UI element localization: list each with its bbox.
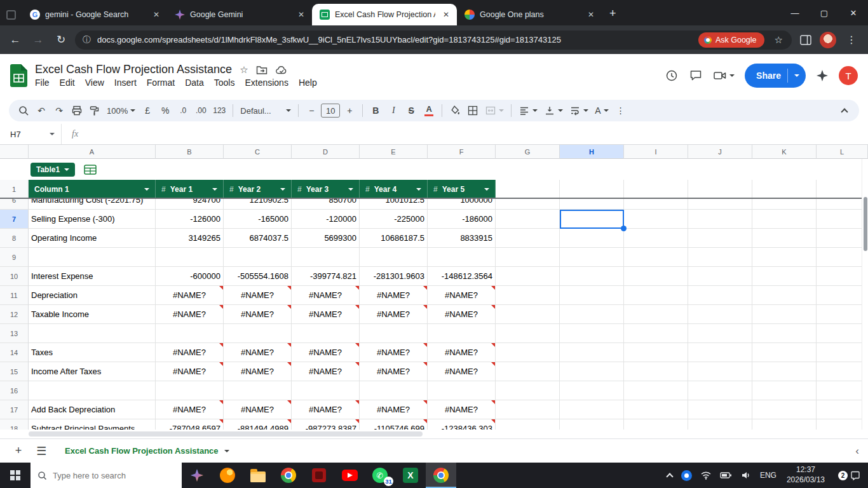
browser-tab[interactable]: Google One plans✕ (457, 4, 602, 25)
decrease-decimals-button[interactable]: .0 (175, 102, 191, 119)
volume-icon[interactable] (736, 463, 756, 488)
redo-icon[interactable]: ↷ (51, 102, 67, 119)
strikethrough-button[interactable]: S (403, 102, 419, 119)
cell-B7[interactable]: -126000 (156, 210, 224, 229)
cell-A12[interactable]: Taxable Income (29, 305, 156, 324)
more-toolbar-icon[interactable]: ⋮ (613, 102, 629, 119)
forward-button[interactable]: → (29, 31, 47, 49)
row-header-6[interactable]: 6 (0, 199, 29, 210)
font-select[interactable]: Defaul... (238, 102, 294, 119)
column-header-B[interactable]: B (156, 145, 224, 159)
row-header-18[interactable]: 18 (0, 419, 29, 430)
vertical-align-icon[interactable] (541, 102, 566, 119)
share-menu-caret[interactable] (794, 74, 799, 77)
cell-K14[interactable] (752, 343, 817, 362)
text-rotation-icon[interactable]: A (592, 102, 611, 119)
italic-button[interactable]: I (385, 102, 402, 119)
cell-H13[interactable] (560, 324, 624, 343)
cell-L9[interactable] (817, 248, 868, 267)
cell-B10[interactable]: -600000 (156, 267, 224, 286)
cell-L10[interactable] (817, 267, 868, 286)
menu-edit[interactable]: Edit (55, 77, 79, 88)
column-header-H[interactable]: H (560, 145, 624, 159)
cell-B15[interactable]: #NAME? (156, 362, 224, 381)
cell-D16[interactable] (292, 381, 360, 400)
table-header-cell-F[interactable]: #Year 5 (428, 180, 496, 199)
cell-D12[interactable]: #NAME? (292, 305, 360, 324)
cell-H14[interactable] (560, 343, 624, 362)
sheet-tab[interactable]: Excel Cash Flow Projection Assistance (55, 439, 240, 463)
cell-K10[interactable] (752, 267, 817, 286)
menu-extensions[interactable]: Extensions (240, 77, 292, 88)
taskbar-clock[interactable]: 12:37 2026/03/13 (781, 463, 831, 488)
maximize-button[interactable]: ▢ (810, 0, 839, 25)
column-header-J[interactable]: J (688, 145, 752, 159)
cell-J17[interactable] (688, 400, 752, 419)
cell-I8[interactable] (624, 229, 688, 248)
undo-icon[interactable]: ↶ (33, 102, 50, 119)
account-avatar[interactable]: T (839, 66, 858, 85)
cell-A10[interactable]: Interest Expense (29, 267, 156, 286)
table-header-cell-B[interactable]: #Year 1 (156, 180, 224, 199)
header-filter-caret[interactable] (212, 188, 217, 191)
window-menu-icon[interactable] (6, 10, 16, 20)
cell-C6[interactable]: 1210902.5 (224, 199, 292, 210)
meet-icon[interactable] (713, 69, 735, 83)
cell-B11[interactable]: #NAME? (156, 286, 224, 305)
cell-B18[interactable]: -787048.6597 (156, 419, 224, 430)
row-header-16[interactable]: 16 (0, 381, 29, 400)
cell-H11[interactable] (560, 286, 624, 305)
table-header-cell-D[interactable]: #Year 3 (292, 180, 360, 199)
vertical-scrollbar[interactable] (862, 159, 868, 430)
cell-H8[interactable] (560, 229, 624, 248)
cell-E13[interactable] (360, 324, 428, 343)
taskbar-search-input[interactable] (53, 471, 161, 480)
print-icon[interactable] (69, 102, 85, 119)
row-header-9[interactable]: 9 (0, 248, 29, 267)
cell-H10[interactable] (560, 267, 624, 286)
currency-format-button[interactable]: £ (139, 102, 156, 119)
side-panel-icon[interactable] (797, 31, 815, 49)
cell-D11[interactable]: #NAME? (292, 286, 360, 305)
cell-D8[interactable]: 5699300 (292, 229, 360, 248)
increase-font-size-button[interactable]: + (341, 102, 358, 119)
cell-A6[interactable]: Manufacturing Cost (-2201.75) (29, 199, 156, 210)
cell-A7[interactable]: Selling Expense (-300) (29, 210, 156, 229)
cell-J11[interactable] (688, 286, 752, 305)
cell-J10[interactable] (688, 267, 752, 286)
notification-center-icon[interactable]: 2 (831, 463, 868, 488)
cell-J7[interactable] (688, 210, 752, 229)
cell-B14[interactable]: #NAME? (156, 343, 224, 362)
percent-format-button[interactable]: % (157, 102, 173, 119)
cell-D9[interactable] (292, 248, 360, 267)
cell-C14[interactable]: #NAME? (224, 343, 292, 362)
bookmark-star-icon[interactable]: ☆ (771, 34, 787, 46)
cell-A8[interactable]: Operating Income (29, 229, 156, 248)
header-filter-caret[interactable] (416, 188, 421, 191)
fill-color-icon[interactable] (447, 102, 463, 119)
cell-F10[interactable]: -148612.3564 (428, 267, 496, 286)
cell-K7[interactable] (752, 210, 817, 229)
cell-E7[interactable]: -225000 (360, 210, 428, 229)
cell-L17[interactable] (817, 400, 868, 419)
close-button[interactable]: ✕ (839, 0, 868, 25)
cell-F6[interactable]: 1000000 (428, 199, 496, 210)
browser-tab[interactable]: Ggemini - Google Search✕ (22, 4, 167, 25)
cell-J16[interactable] (688, 381, 752, 400)
comments-icon[interactable] (689, 69, 703, 83)
cell-B16[interactable] (156, 381, 224, 400)
cell-I11[interactable] (624, 286, 688, 305)
menu-data[interactable]: Data (180, 77, 208, 88)
cell-D18[interactable]: -987273.8387 (292, 419, 360, 430)
scroll-sheet-tabs-icon[interactable]: ‹ (855, 445, 859, 458)
decrease-font-size-button[interactable]: − (303, 102, 320, 119)
cell-E16[interactable] (360, 381, 428, 400)
text-wrap-icon[interactable] (567, 102, 591, 119)
font-size-input[interactable]: 10 (321, 104, 340, 118)
cell-F18[interactable]: -1238436.303 (428, 419, 496, 430)
merge-cells-icon[interactable] (482, 102, 506, 119)
row-header-11[interactable]: 11 (0, 286, 29, 305)
chrome-active-icon[interactable] (426, 463, 456, 488)
cell-A11[interactable]: Depreciation (29, 286, 156, 305)
document-title[interactable]: Excel Cash Flow Projection Assistance (35, 63, 232, 76)
